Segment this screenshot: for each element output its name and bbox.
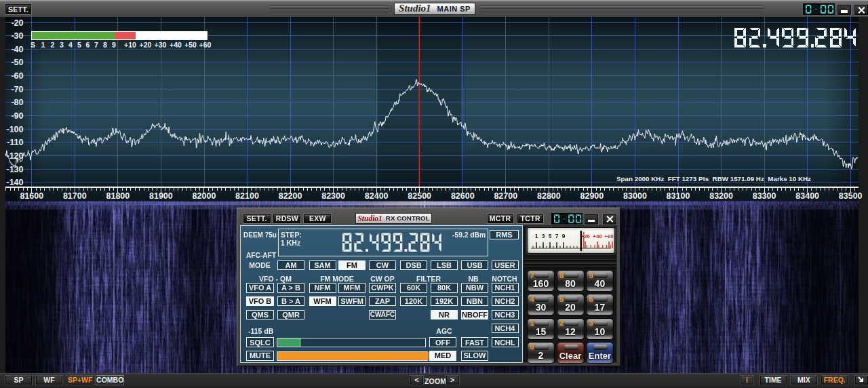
svg-text:+40: +40 bbox=[593, 233, 602, 239]
svg-text:+40: +40 bbox=[170, 41, 182, 49]
svg-text:+60: +60 bbox=[604, 233, 614, 239]
svg-text:1: 1 bbox=[41, 41, 45, 49]
svg-text:+20: +20 bbox=[580, 233, 590, 239]
svg-text:8: 8 bbox=[103, 41, 107, 49]
svg-text:82000: 82000 bbox=[193, 191, 216, 201]
svg-text:83400: 83400 bbox=[795, 191, 819, 201]
svg-text:5: 5 bbox=[77, 41, 81, 49]
svg-text:83500: 83500 bbox=[839, 191, 863, 201]
svg-text:7: 7 bbox=[555, 232, 559, 239]
svg-text:83100: 83100 bbox=[667, 191, 690, 201]
svg-text:81900: 81900 bbox=[149, 191, 173, 201]
svg-text:+50: +50 bbox=[184, 41, 197, 49]
svg-text:-140: -140 bbox=[6, 178, 23, 187]
svg-text:82700: 82700 bbox=[494, 191, 517, 201]
svg-text:+10: +10 bbox=[124, 41, 136, 49]
svg-text:82300: 82300 bbox=[321, 191, 345, 201]
svg-text:81600: 81600 bbox=[20, 191, 43, 201]
svg-text:-20: -20 bbox=[11, 18, 23, 28]
svg-text:9: 9 bbox=[562, 232, 566, 239]
svg-text:Span 2000 KHz FFT 1273 Pts R: Span 2000 KHz FFT 1273 Pts RBW 1571.09 H… bbox=[616, 175, 811, 182]
svg-text:+60: +60 bbox=[199, 41, 212, 49]
svg-text:82500: 82500 bbox=[408, 191, 431, 201]
svg-text:1: 1 bbox=[535, 232, 538, 239]
svg-text:-80: -80 bbox=[11, 98, 23, 107]
svg-text:-40: -40 bbox=[11, 45, 23, 54]
svg-text:7: 7 bbox=[94, 41, 98, 49]
svg-text:-110: -110 bbox=[7, 138, 23, 147]
svg-text:-100: -100 bbox=[6, 125, 23, 134]
svg-text:-30: -30 bbox=[11, 31, 23, 41]
svg-text:+30: +30 bbox=[155, 41, 167, 49]
svg-text:81800: 81800 bbox=[106, 191, 130, 201]
svg-text:82900: 82900 bbox=[580, 191, 604, 201]
svg-text:83200: 83200 bbox=[709, 191, 733, 201]
svg-text:-60: -60 bbox=[11, 71, 23, 81]
svg-text:82400: 82400 bbox=[365, 191, 389, 201]
svg-text:3: 3 bbox=[542, 232, 545, 239]
svg-text:83000: 83000 bbox=[623, 191, 647, 201]
svg-text:5: 5 bbox=[549, 232, 552, 239]
svg-text:2: 2 bbox=[51, 41, 55, 49]
svg-text:82800: 82800 bbox=[537, 191, 561, 201]
svg-text:82100: 82100 bbox=[235, 191, 259, 201]
svg-text:82200: 82200 bbox=[279, 191, 302, 201]
svg-text:4: 4 bbox=[68, 41, 73, 49]
svg-text:+20: +20 bbox=[140, 41, 152, 49]
svg-text:-50: -50 bbox=[11, 58, 23, 67]
svg-text:83300: 83300 bbox=[753, 191, 776, 201]
svg-text:S: S bbox=[31, 41, 35, 49]
svg-text:81700: 81700 bbox=[63, 191, 87, 201]
svg-text:3: 3 bbox=[60, 41, 64, 49]
svg-text:82600: 82600 bbox=[451, 191, 475, 201]
svg-text:-90: -90 bbox=[11, 111, 23, 121]
svg-text:9: 9 bbox=[112, 41, 116, 49]
svg-text:6: 6 bbox=[86, 41, 90, 49]
svg-text:-70: -70 bbox=[11, 85, 23, 94]
